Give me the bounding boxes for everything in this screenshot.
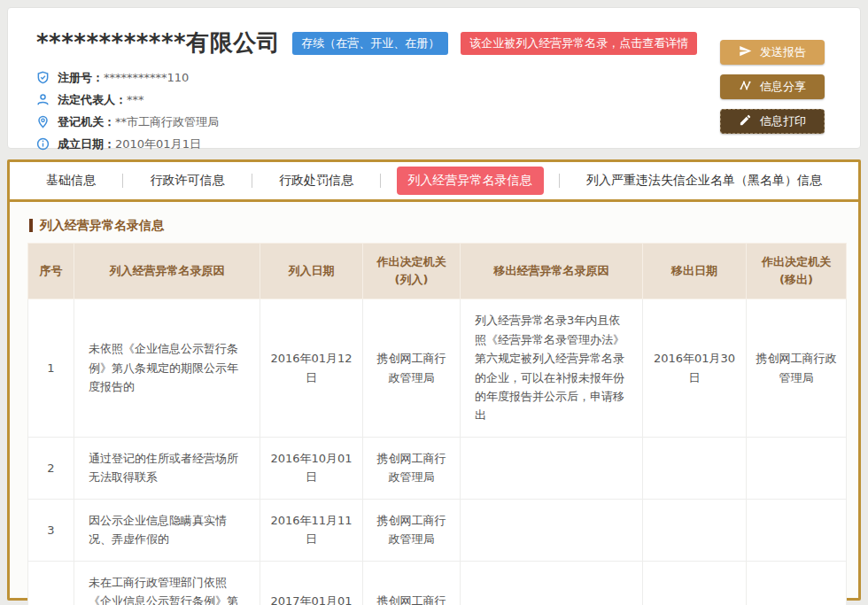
cell-remove-date <box>643 437 747 499</box>
info-label: 法定代表人： <box>58 92 127 108</box>
cell-list-reason: 通过登记的住所或者经营场所无法取得联系 <box>74 437 260 499</box>
status-badge: 存续（在营、开业、在册） <box>292 32 448 55</box>
table-row: 2 通过登记的住所或者经营场所无法取得联系 2016年10月01日 携创网工商行… <box>28 437 847 499</box>
cell-remove-authority: 携创网工商行政管理局 <box>747 299 847 438</box>
cell-list-authority: 携创网工商行政管理局 <box>363 499 461 561</box>
cell-list-date: 2016年11月11日 <box>260 499 363 561</box>
cell-index: 4 <box>28 561 74 605</box>
cell-list-date: 2017年01月01日 <box>260 561 363 605</box>
col-header-remove-reason: 移出经营异常名录原因 <box>461 244 643 299</box>
col-header-list-reason: 列入经营异常名录原因 <box>74 244 260 299</box>
cell-remove-date <box>643 499 747 561</box>
col-header-list-authority: 作出决定机关(列入) <box>363 244 461 299</box>
cell-list-authority: 携创网工商行政管理局 <box>363 437 461 499</box>
cell-index: 1 <box>28 299 74 438</box>
col-header-list-date: 列入日期 <box>260 244 363 299</box>
cell-index: 2 <box>28 437 74 499</box>
send-report-button[interactable]: 发送报告 <box>720 40 825 65</box>
tab-content: 列入经营异常名录信息 序号 列入经营异常名录原因 列入日期 作出决定机关(列入)… <box>10 202 858 605</box>
location-pin-icon <box>36 115 50 128</box>
cell-list-authority: 携创网工商行政管理局 <box>363 299 461 438</box>
col-header-index: 序号 <box>28 244 74 299</box>
cell-list-reason: 因公示企业信息隐瞒真实情况、弄虚作假的 <box>74 499 260 561</box>
pencil-icon <box>739 113 752 129</box>
cell-remove-authority <box>747 561 847 605</box>
tab-divider <box>122 174 123 188</box>
cell-list-date: 2016年10月01日 <box>260 437 363 499</box>
tab-admin-license[interactable]: 行政许可信息 <box>139 167 236 195</box>
col-header-remove-date: 移出日期 <box>643 244 747 299</box>
section-title: 列入经营异常名录信息 <box>29 219 841 232</box>
cell-remove-reason: 列入经营异常名录3年内且依照《经营异常名录管理办法》第六规定被列入经营异常名录的… <box>461 299 643 438</box>
cell-index: 3 <box>28 499 74 561</box>
tab-divider <box>252 174 252 188</box>
table-header-row: 序号 列入经营异常名录原因 列入日期 作出决定机关(列入) 移出经营异常名录原因… <box>28 244 847 299</box>
main-panel: 基础信息 行政许可信息 行政处罚信息 列入经营异常名录信息 列入严重违法失信企业… <box>7 159 861 601</box>
col-header-remove-authority: 作出决定机关(移出) <box>747 244 847 299</box>
person-icon <box>36 93 50 106</box>
info-print-label: 信息打印 <box>760 113 806 129</box>
info-share-label: 信息分享 <box>760 79 806 95</box>
tab-admin-penalty[interactable]: 行政处罚信息 <box>267 167 365 195</box>
certificate-icon <box>36 71 50 84</box>
table-row: 4 未在工商行政管理部门依照《企业信息公示暂行条例》第十条规定责令的期限内公示有… <box>28 561 847 605</box>
abnormal-records-table: 序号 列入经营异常名录原因 列入日期 作出决定机关(列入) 移出经营异常名录原因… <box>27 243 847 605</box>
info-label: 登记机关： <box>58 114 115 130</box>
cell-remove-authority <box>747 437 847 499</box>
tab-divider <box>559 174 560 188</box>
info-row-establish-date: 成立日期： 2010年01月1日 <box>36 133 860 155</box>
info-value: 2010年01月1日 <box>115 136 201 152</box>
info-value: *** <box>127 93 144 106</box>
send-report-label: 发送报告 <box>760 44 806 60</box>
info-print-button[interactable]: 信息打印 <box>720 109 825 134</box>
info-share-button[interactable]: 信息分享 <box>720 74 825 99</box>
paper-plane-icon <box>739 44 752 60</box>
cell-remove-date: 2016年01月30日 <box>643 299 747 438</box>
cell-remove-authority <box>747 499 847 561</box>
table-row: 3 因公示企业信息隐瞒真实情况、弄虚作假的 2016年11月11日 携创网工商行… <box>28 499 847 561</box>
cell-list-reason: 未依照《企业信息公示暂行条例》第八条规定的期限公示年度报告的 <box>74 299 260 438</box>
tab-blacklist[interactable]: 列入严重违法失信企业名单（黑名单）信息 <box>575 167 833 195</box>
cell-list-reason: 未在工商行政管理部门依照《企业信息公示暂行条例》第十条规定责令的期限内公示有关企… <box>74 561 260 605</box>
company-name: ************有限公司 <box>36 27 280 58</box>
info-value: ***********110 <box>104 71 189 84</box>
cell-remove-date <box>643 561 747 605</box>
tab-basic-info[interactable]: 基础信息 <box>35 167 107 195</box>
share-nodes-icon <box>739 79 752 95</box>
abnormal-warning-badge[interactable]: 该企业被列入经营异常名录，点击查看详情 <box>461 32 697 55</box>
info-circle-icon <box>36 137 50 151</box>
cell-list-date: 2016年01月12日 <box>260 299 363 438</box>
tab-divider <box>380 174 381 188</box>
table-row: 1 未依照《企业信息公示暂行条例》第八条规定的期限公示年度报告的 2016年01… <box>28 299 847 438</box>
tab-abnormal-list[interactable]: 列入经营异常名录信息 <box>397 167 544 195</box>
cell-list-authority: 携创网工商行政管理局 <box>363 561 461 605</box>
cell-remove-reason <box>461 499 643 561</box>
company-card: ************有限公司 存续（在营、开业、在册） 该企业被列入经营异常… <box>7 7 861 149</box>
info-label: 成立日期： <box>58 136 115 152</box>
tab-bar: 基础信息 行政许可信息 行政处罚信息 列入经营异常名录信息 列入严重违法失信企业… <box>10 162 858 202</box>
info-label: 注册号： <box>58 70 104 86</box>
cell-remove-reason <box>461 437 643 499</box>
info-value: **市工商行政管理局 <box>115 114 219 130</box>
action-buttons: 发送报告 信息分享 信息打印 <box>720 40 825 134</box>
cell-remove-reason <box>461 561 643 605</box>
